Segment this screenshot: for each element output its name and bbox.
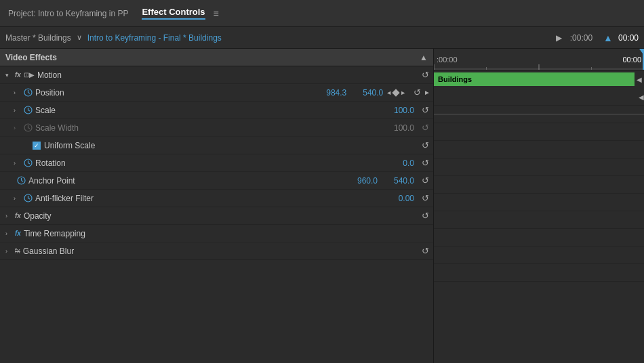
position-row: › Position 984.3 540.0 ◄ ► ↺ ► [0,84,433,102]
uniform-scale-checkbox[interactable]: ✓ [33,142,41,150]
position-clock-icon[interactable] [23,88,33,98]
right-panel: :00:00 00:00 Buildings [434,49,644,363]
position-prev-keyframe[interactable]: ◄ [386,89,392,96]
anchor-point-y-value[interactable]: 540.0 [380,176,414,186]
project-title: Project: Intro to Keyframing in PP [8,9,128,18]
anti-flicker-clock-icon[interactable] [23,194,33,203]
scale-expand-arrow[interactable]: › [14,107,20,114]
master-clip-label: Master * Buildings [5,33,71,43]
opacity-reset-btn[interactable]: ↺ [420,211,430,221]
rotation-reset-btn[interactable]: ↺ [420,158,430,168]
position-label: Position [35,88,313,98]
anti-flicker-expand-arrow[interactable]: › [14,195,20,202]
pin-icon[interactable]: ▲ [603,33,613,43]
master-dropdown-icon[interactable]: ∨ [74,32,85,43]
timeline-scale-width-row [434,141,644,158]
rotation-value[interactable]: 0.0 [380,158,414,168]
anchor-point-x-value[interactable]: 960.0 [344,176,378,186]
position-x-value[interactable]: 984.3 [313,88,346,98]
timeline-ruler-header: :00:00 00:00 [434,49,644,70]
checkbox-check-icon: ✓ [34,142,39,149]
play-icon[interactable]: ▶ [556,33,562,43]
gaussian-blur-fx-badge: fx [15,247,20,255]
motion-reset-btn[interactable]: ↺ [420,70,430,80]
timeline-opacity-row [434,229,644,247]
top-bar: Project: Intro to Keyframing in PP Effec… [0,0,644,27]
video-effects-label: Video Effects [5,53,420,62]
scale-width-expand-arrow[interactable]: › [14,125,20,131]
opacity-expand-arrow[interactable]: › [5,213,12,219]
scale-width-clock-icon[interactable] [23,123,33,133]
motion-expand-arrow[interactable]: ▾ [5,72,12,79]
rotation-row: › Rotation 0.0 ↺ [0,154,433,172]
time-remapping-fx-badge: fx [15,230,21,237]
gaussian-blur-row: › fx Gaussian Blur ↺ [0,242,433,260]
timeline-anchor-point-row [434,194,644,211]
left-panel: Video Effects ▲ ▾ fx ⊡▶ Motion ↺ › [0,49,434,363]
opacity-row: › fx Opacity ↺ [0,207,433,225]
tab-effect-controls[interactable]: Effect Controls [142,7,205,20]
svg-line-11 [28,163,30,165]
motion-label: Motion [37,70,417,80]
time-right: 00:00 [618,33,639,43]
uniform-scale-row: ✓ Uniform Scale ↺ [0,137,433,154]
gaussian-blur-reset-btn[interactable]: ↺ [420,246,430,256]
position-y-value[interactable]: 540.0 [349,88,383,98]
clip-label: Buildings [438,75,472,83]
opacity-fx-badge: fx [15,212,21,219]
scale-row: › Scale 100.0 ↺ [0,102,433,119]
anti-flicker-reset-btn[interactable]: ↺ [420,193,430,203]
timeline-uniform-scale-row [434,158,644,176]
motion-row: ▾ fx ⊡▶ Motion ↺ [0,66,433,84]
scale-clock-icon[interactable] [23,106,33,115]
video-effects-collapse-icon[interactable]: ▲ [420,53,428,62]
clip-bar[interactable]: Buildings [434,72,644,86]
rotation-expand-arrow[interactable]: › [14,160,20,167]
timeline-position-row [434,106,644,123]
anchor-point-clock-icon[interactable] [16,176,26,186]
time-remapping-expand-arrow[interactable]: › [5,230,12,237]
timeline-track-rows: ◀ [434,88,644,282]
motion-reset-icon: ↺ [422,70,429,80]
anti-flicker-value[interactable]: 0.00 [380,194,414,203]
gaussian-blur-label: Gaussian Blur [23,247,417,256]
anchor-point-row: Anchor Point 960.0 540.0 ↺ [0,172,433,190]
secondary-header: Master * Buildings ∨ Intro to Keyframing… [0,27,644,49]
uniform-scale-label: Uniform Scale [44,141,95,150]
position-next-keyframe[interactable]: ► [400,89,406,96]
position-timeline-arrow[interactable]: ► [424,89,430,96]
position-reset-btn[interactable]: ↺ [411,87,422,98]
video-effects-header: Video Effects ▲ [0,49,433,66]
clip-bar-container: Buildings ◀ [434,70,644,88]
motion-transform-icon: ⊡▶ [24,71,35,79]
scale-label: Scale [35,106,380,115]
scale-value[interactable]: 100.0 [380,106,414,115]
timeline-gaussian-blur-row [434,264,644,282]
position-add-keyframe[interactable] [393,89,400,96]
time-remapping-row: › fx Time Remapping [0,225,433,242]
anchor-point-reset-btn[interactable]: ↺ [420,175,430,186]
svg-line-8 [28,128,30,129]
clip-collapse-btn[interactable]: ◀ [635,72,644,86]
timeline-scale-row [434,123,644,141]
opacity-label: Opacity [24,211,417,221]
time-left: :00:00 [570,33,592,43]
gaussian-blur-expand-arrow[interactable]: › [5,248,12,255]
motion-fx-badge: fx [15,71,21,79]
main-content: Video Effects ▲ ▾ fx ⊡▶ Motion ↺ › [0,49,644,363]
anchor-point-label: Anchor Point [28,176,344,186]
uniform-scale-reset-btn[interactable]: ↺ [420,140,430,150]
time-remapping-label: Time Remapping [24,229,430,238]
scale-width-reset-btn[interactable]: ↺ [420,123,430,133]
anti-flicker-label: Anti-flicker Filter [35,194,380,203]
tab-menu-icon[interactable]: ≡ [214,8,219,19]
scale-reset-btn[interactable]: ↺ [420,105,430,115]
rotation-clock-icon[interactable] [23,158,33,168]
clip-collapse-icon: ◀ [637,76,642,83]
svg-line-14 [21,181,23,182]
timeline-time-remap-row [434,247,644,264]
timeline-motion-collapse[interactable]: ◀ [639,93,644,100]
position-expand-arrow[interactable]: › [14,89,20,96]
svg-line-5 [28,110,30,112]
svg-line-2 [28,93,30,94]
